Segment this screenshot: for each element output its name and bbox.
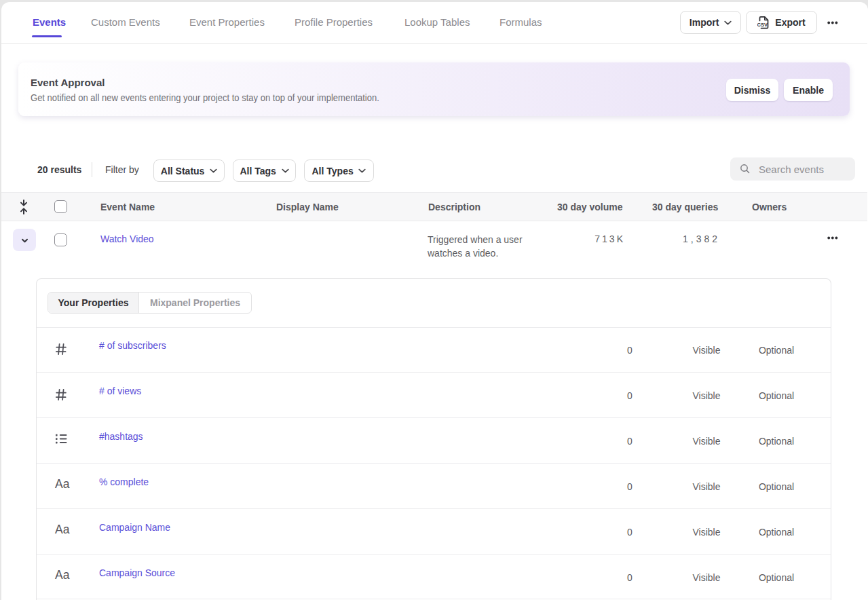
svg-text:CSV: CSV — [757, 21, 768, 27]
